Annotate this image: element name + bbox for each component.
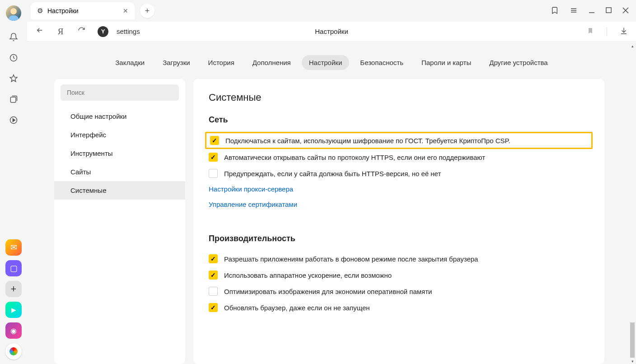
play-icon[interactable]	[5, 112, 22, 128]
nav-tab-downloads[interactable]: Загрузки	[155, 55, 197, 70]
history-icon[interactable]	[5, 50, 22, 66]
page-heading: Системные	[209, 92, 589, 103]
downloads-icon[interactable]	[620, 27, 628, 37]
sidebar-item-tools[interactable]: Инструменты	[54, 144, 185, 163]
checkbox-label: Автоматически открывать сайты по протоко…	[224, 154, 485, 161]
page-title-center: Настройки	[315, 28, 348, 35]
section-heading-network: Сеть	[209, 115, 589, 125]
checkbox-label: Разрешать приложениям работать в фоновом…	[224, 255, 478, 263]
sidebar-item-sites[interactable]: Сайты	[54, 163, 185, 181]
svg-rect-1	[10, 97, 16, 103]
mail-app-icon[interactable]	[5, 239, 22, 256]
back-button[interactable]	[35, 26, 44, 37]
sidebar-item-system[interactable]: Системные	[54, 181, 185, 200]
sidebar-item-interface[interactable]: Интерфейс	[54, 126, 185, 144]
nav-tab-security[interactable]: Безопасность	[353, 55, 411, 70]
checkbox-auto-https[interactable]	[209, 153, 218, 162]
yandex-app-icon[interactable]	[5, 343, 22, 359]
new-tab-button[interactable]: +	[140, 4, 154, 18]
yandex-nav-icon[interactable]: Я	[56, 27, 65, 37]
scroll-up-button[interactable]: ▴	[630, 43, 635, 49]
divider	[607, 27, 607, 36]
window-controls	[551, 6, 636, 16]
checkbox-row-background[interactable]: Разрешать приложениям работать в фоновом…	[209, 251, 589, 267]
checkbox-label: Подключаться к сайтам, использующим шифр…	[225, 137, 510, 145]
main-container: ⚙ Настройки ✕ + Я	[27, 0, 636, 364]
avatar[interactable]	[6, 5, 21, 21]
checkbox-gost[interactable]	[210, 136, 219, 145]
content: Общие настройкиИнтерфейсИнструментыСайты…	[27, 79, 636, 364]
bookmark-icon[interactable]	[587, 27, 594, 36]
gear-icon: ⚙	[37, 7, 43, 15]
link-proxy[interactable]: Настройки прокси-сервера	[209, 185, 293, 193]
scroll-thumb[interactable]	[630, 322, 635, 358]
scroll-down-button[interactable]: ▾	[630, 359, 635, 364]
address-bar: Я Y settings Настройки	[27, 22, 636, 42]
cyan-app-icon[interactable]	[5, 302, 22, 318]
star-icon[interactable]	[5, 70, 22, 87]
checkbox-label: Обновлять браузер, даже если он не запущ…	[224, 304, 370, 312]
add-app-button[interactable]	[5, 281, 22, 297]
checkbox-row-auto-update[interactable]: Обновлять браузер, даже если он не запущ…	[209, 299, 589, 316]
checkbox-row-auto-https[interactable]: Автоматически открывать сайты по протоко…	[209, 149, 589, 165]
settings-nav: ЗакладкиЗагрузкиИсторияДополненияНастрой…	[27, 42, 636, 79]
settings-panel: Системные СетьПодключаться к сайтам, исп…	[193, 79, 604, 364]
checkbox-auto-update[interactable]	[209, 303, 218, 312]
checkbox-background[interactable]	[209, 254, 218, 263]
section-heading-performance: Производительность	[209, 234, 589, 243]
browser-tab-settings[interactable]: ⚙ Настройки ✕	[31, 2, 135, 19]
svg-rect-7	[606, 8, 611, 13]
search-input[interactable]	[61, 84, 179, 101]
scrollbar[interactable]: ▴ ▾	[630, 43, 635, 364]
reload-button[interactable]	[77, 27, 86, 37]
nav-tab-passwords[interactable]: Пароли и карты	[414, 55, 478, 70]
collections-icon[interactable]	[5, 91, 22, 107]
url-text[interactable]: settings	[117, 28, 140, 35]
nav-tab-settings[interactable]: Настройки	[302, 55, 350, 70]
checkbox-warn-https[interactable]	[209, 169, 218, 178]
checkbox-row-optimize-images[interactable]: Оптимизировать изображения для экономии …	[209, 283, 589, 299]
checkbox-row-gost[interactable]: Подключаться к сайтам, использующим шифр…	[205, 132, 593, 149]
checkbox-row-hardware-accel[interactable]: Использовать аппаратное ускорение, если …	[209, 267, 589, 283]
magenta-app-icon[interactable]	[5, 322, 22, 339]
settings-sidebar: Общие настройкиИнтерфейсИнструментыСайты…	[54, 79, 185, 364]
checkbox-hardware-accel[interactable]	[209, 271, 218, 280]
minimize-button[interactable]	[589, 7, 595, 15]
purple-app-icon[interactable]	[5, 260, 22, 276]
left-rail	[0, 0, 27, 364]
menu-icon[interactable]	[570, 6, 578, 16]
link-certs[interactable]: Управление сертификатами	[209, 201, 297, 208]
link-row-proxy: Настройки прокси-сервера	[209, 182, 589, 197]
sidebar-item-general[interactable]: Общие настройки	[54, 107, 185, 126]
bell-icon[interactable]	[5, 29, 22, 45]
checkbox-label: Использовать аппаратное ускорение, если …	[224, 271, 392, 279]
nav-tab-history[interactable]: История	[201, 55, 242, 70]
checkbox-row-warn-https[interactable]: Предупреждать, если у сайта должна быть …	[209, 165, 589, 182]
bookmark-sidebar-icon[interactable]	[551, 6, 559, 16]
checkbox-label: Оптимизировать изображения для экономии …	[224, 288, 432, 295]
checkbox-label: Предупреждать, если у сайта должна быть …	[224, 170, 441, 177]
link-row-certs: Управление сертификатами	[209, 197, 589, 212]
site-icon: Y	[98, 26, 108, 37]
checkbox-optimize-images[interactable]	[209, 287, 218, 296]
nav-tab-devices[interactable]: Другие устройства	[482, 55, 555, 70]
close-tab-button[interactable]: ✕	[123, 7, 128, 14]
nav-tab-extensions[interactable]: Дополнения	[245, 55, 298, 70]
close-window-button[interactable]	[622, 7, 629, 15]
tab-title: Настройки	[47, 7, 79, 14]
tab-strip: ⚙ Настройки ✕ +	[27, 0, 636, 22]
nav-tab-bookmarks[interactable]: Закладки	[108, 55, 152, 70]
maximize-button[interactable]	[606, 7, 612, 14]
